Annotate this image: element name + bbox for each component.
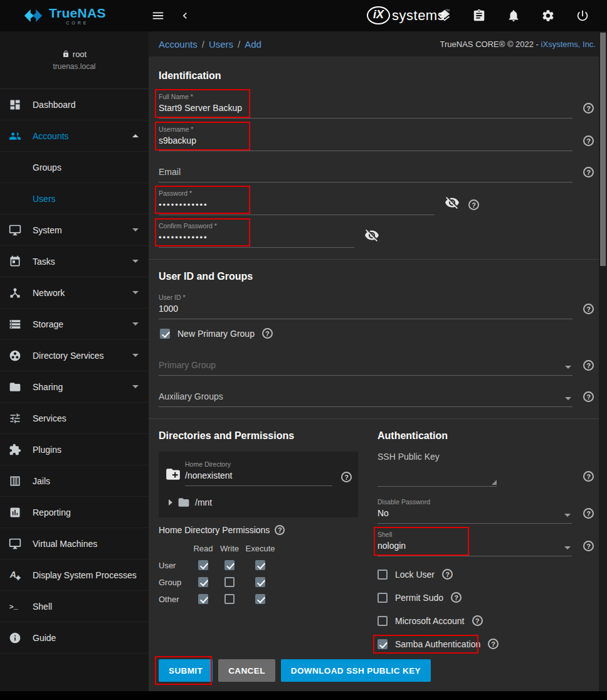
sidebar-item-groups[interactable]: Groups <box>0 152 149 183</box>
auxiliary-groups-field[interactable]: Auxiliary Groups <box>159 390 573 407</box>
user-read-checkbox[interactable] <box>198 560 208 570</box>
sidebar-item-accounts[interactable]: Accounts <box>0 120 149 152</box>
sidebar-item-plugins[interactable]: Plugins <box>0 434 149 465</box>
microsoft-account-checkbox[interactable] <box>377 616 388 626</box>
new-primary-group-label: New Primary Group <box>177 329 255 339</box>
tree-item-mnt[interactable]: /mnt <box>169 496 352 509</box>
breadcrumb-accounts[interactable]: Accounts <box>159 39 198 50</box>
breadcrumb-add[interactable]: Add <box>245 39 261 50</box>
terminal-icon <box>9 600 21 613</box>
submit-button[interactable]: SUBMIT <box>159 659 213 682</box>
sidebar-item-directory-services[interactable]: Directory Services <box>0 340 149 371</box>
sidebar-item-jails[interactable]: Jails <box>0 465 149 497</box>
email-field[interactable]: Email <box>159 166 573 183</box>
menu-button[interactable] <box>149 6 167 25</box>
sidebar-item-dashboard[interactable]: Dashboard <box>0 89 149 120</box>
help-icon[interactable]: ? <box>341 472 352 482</box>
truenas-logo[interactable]: TrueNAS CORE <box>0 6 149 25</box>
scrollbar[interactable] <box>599 31 607 691</box>
sidebar-item-system[interactable]: System <box>0 215 149 246</box>
eye-off-icon <box>364 228 379 243</box>
help-icon[interactable]: ? <box>583 391 594 402</box>
help-icon[interactable]: ? <box>442 569 453 580</box>
shell-field[interactable]: Shell nologin <box>377 529 572 556</box>
user-execute-checkbox[interactable] <box>255 560 265 570</box>
password-value: •••••••••••• <box>159 199 435 210</box>
sidebar-item-tasks[interactable]: Tasks <box>0 246 149 277</box>
bell-icon <box>507 9 520 23</box>
back-button[interactable] <box>176 7 194 24</box>
user-id-value: 1000 <box>159 304 573 314</box>
help-icon[interactable]: ? <box>583 103 594 114</box>
power-button[interactable] <box>573 6 592 25</box>
help-icon[interactable]: ? <box>451 592 462 603</box>
samba-authentication-checkbox[interactable] <box>377 639 388 649</box>
permit-sudo-row: Permit Sudo ? <box>377 592 594 603</box>
toggle-password-visibility[interactable] <box>445 195 460 213</box>
sidebar-item-services[interactable]: Services <box>0 403 149 434</box>
sidebar-item-guide[interactable]: Guide <box>0 622 149 654</box>
group-read-checkbox[interactable] <box>198 577 208 587</box>
other-read-checkbox[interactable] <box>198 594 208 604</box>
task-manager-button[interactable] <box>470 6 488 25</box>
help-icon[interactable]: ? <box>262 328 273 339</box>
help-icon[interactable]: ? <box>472 615 483 626</box>
help-icon[interactable]: ? <box>583 167 594 178</box>
home-directory-field[interactable]: Home Directory /nonexistent <box>185 459 332 486</box>
help-icon[interactable]: ? <box>583 508 594 519</box>
sidebar-item-shell[interactable]: Shell <box>0 591 149 622</box>
full-name-field[interactable]: Full Name * Start9 Server Backup <box>159 92 573 119</box>
resize-grip-icon[interactable] <box>492 480 497 485</box>
group-write-checkbox[interactable] <box>224 577 235 587</box>
help-icon[interactable]: ? <box>488 639 499 649</box>
scrollbar-thumb[interactable] <box>600 33 606 266</box>
help-icon[interactable]: ? <box>583 135 594 146</box>
alerts-button[interactable] <box>504 6 523 25</box>
permit-sudo-checkbox[interactable] <box>377 593 388 603</box>
confirm-password-field[interactable]: Confirm Password * •••••••••••• <box>159 221 354 248</box>
folder-icon <box>177 496 190 509</box>
field-row: Full Name * Start9 Server Backup ? <box>159 92 594 119</box>
truenas-logo-text: TrueNAS CORE <box>49 6 106 25</box>
sidebar-item-storage[interactable]: Storage <box>0 309 149 340</box>
lock-user-checkbox[interactable] <box>377 570 388 580</box>
gear-icon <box>541 9 555 23</box>
other-write-checkbox[interactable] <box>224 594 235 604</box>
help-icon[interactable]: ? <box>583 471 594 482</box>
help-icon[interactable]: ? <box>583 304 594 314</box>
download-ssh-key-button[interactable]: DOWNLOAD SSH PUBLIC KEY <box>281 659 431 682</box>
sidebar-item-network[interactable]: Network <box>0 277 149 309</box>
disable-password-field[interactable]: Disable Password No <box>377 497 572 524</box>
perm-row-user: User <box>159 561 190 570</box>
chevron-down-icon <box>564 514 571 517</box>
help-icon[interactable]: ? <box>583 541 594 551</box>
ixsystems-link[interactable]: iXsystems, Inc. <box>541 40 596 49</box>
sidebar-item-virtual-machines[interactable]: Virtual Machines <box>0 528 149 559</box>
other-execute-checkbox[interactable] <box>255 594 265 604</box>
username-value: s9backup <box>159 135 573 146</box>
sidebar-item-sharing[interactable]: Sharing <box>0 371 149 403</box>
help-icon[interactable]: ? <box>468 199 479 210</box>
new-primary-group-checkbox[interactable] <box>160 329 170 339</box>
ssh-public-key-textarea[interactable] <box>377 462 497 487</box>
help-icon[interactable]: ? <box>583 360 594 371</box>
sidebar-item-display-system-processes[interactable]: Display System Processes <box>0 559 149 591</box>
user-write-checkbox[interactable] <box>224 560 235 570</box>
breadcrumb-users[interactable]: Users <box>209 39 233 50</box>
expand-arrow-icon[interactable] <box>169 499 172 506</box>
primary-group-field[interactable]: Primary Group <box>159 359 573 376</box>
cancel-button[interactable]: CANCEL <box>218 659 275 682</box>
help-icon[interactable]: ? <box>275 525 285 535</box>
group-execute-checkbox[interactable] <box>255 577 265 587</box>
bar-chart-icon <box>9 506 21 519</box>
settings-button[interactable] <box>539 6 557 25</box>
password-field[interactable]: Password * •••••••••••• <box>159 188 435 215</box>
toggle-confirm-password-visibility[interactable] <box>364 228 379 245</box>
topbar: TrueNAS CORE iX systems ™ <box>0 0 607 31</box>
sidebar-item-users[interactable]: Users <box>0 183 149 215</box>
sidebar-item-reporting[interactable]: Reporting <box>0 497 149 528</box>
username-field[interactable]: Username * s9backup <box>159 124 573 151</box>
chevron-down-icon <box>565 366 571 369</box>
user-id-field[interactable]: User ID * 1000 <box>159 292 573 319</box>
hub-icon <box>9 287 21 299</box>
